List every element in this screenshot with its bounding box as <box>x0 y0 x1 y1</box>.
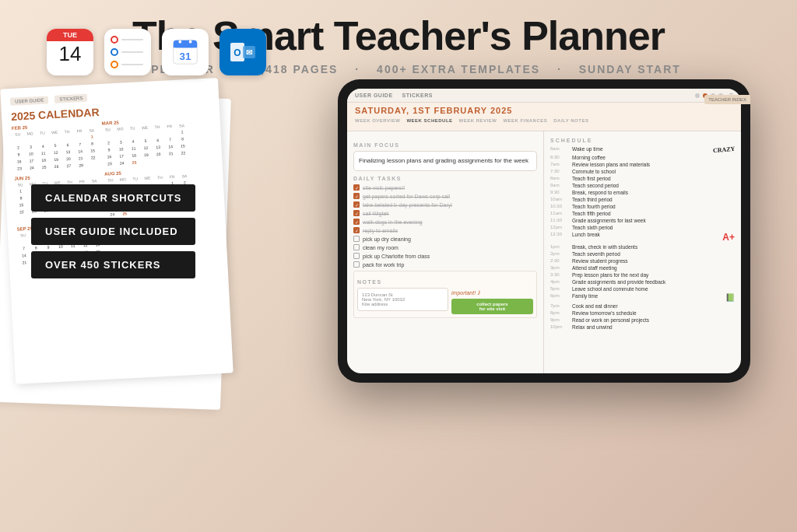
tablet-screen: USER GUIDE STICKERS TEACHER INDEX <box>347 89 741 373</box>
task-check-3[interactable]: ✓ <box>353 201 360 208</box>
task-2: ✓ get papers sorted for Daws corp call <box>353 193 537 199</box>
outlook-icon[interactable]: O ✉ <box>219 29 266 75</box>
nav-daily-notes[interactable]: DAILY NOTES <box>553 118 588 123</box>
task-check-7[interactable] <box>353 236 360 242</box>
svg-text:31: 31 <box>180 51 191 62</box>
task-text-4: call Wigtek <box>363 211 389 216</box>
tasks-list: ✓ site visit: papers!! ✓ get papers sort… <box>353 184 537 268</box>
badge-user-guide: USER GUIDE INCLUDED <box>31 218 195 245</box>
task-text-8: clean my room <box>363 245 398 250</box>
sched-time-10pm: 10pm <box>550 324 569 329</box>
crazy-sticker: CRAZY <box>712 145 735 154</box>
ios-cal-date: 14 <box>59 44 82 64</box>
sched-time-9pm: 9pm <box>550 317 569 322</box>
teacher-index-tab[interactable]: TEACHER INDEX <box>704 95 741 104</box>
main-focus-label: MAIN FOCUS <box>353 142 537 148</box>
task-text-7: pick up dry cleaning <box>363 236 411 242</box>
gcal-svg: 31 <box>170 37 200 67</box>
task-check-6[interactable]: ✓ <box>353 227 360 233</box>
reminder-line-2 <box>121 51 143 53</box>
tablet-tabs: USER GUIDE STICKERS <box>355 93 433 98</box>
cal-month-mar: MAR 25 SUMOTUWETHFRSA 1 2345678 91011121… <box>102 117 190 167</box>
sched-item-1030: 10:30 Teach fourth period <box>550 204 735 209</box>
sched-text-seventh: Teach seventh period <box>572 251 735 257</box>
notes-section: NOTES 123 Duncan StNew York, NY 10032Kit… <box>353 271 537 318</box>
sched-time-630: 6:30 <box>550 155 569 159</box>
sched-item-230: 2:30 Review student progress <box>550 258 735 264</box>
task-check-9[interactable] <box>353 253 360 259</box>
sched-text-review: Review lesson plans and materials <box>572 162 735 167</box>
sched-time-730: 7:30 <box>550 169 569 173</box>
subtitle-templates: 400+ EXTRA TEMPLATES <box>377 63 540 75</box>
nav-week-overview[interactable]: WEEK OVERVIEW <box>355 118 400 123</box>
reminder-dot-red <box>111 36 143 44</box>
task-check-4[interactable]: ✓ <box>353 210 360 216</box>
sched-item-4pm: 4pm Grade assignments and provide feedba… <box>550 279 735 285</box>
task-check-8[interactable] <box>353 244 360 250</box>
cal-month-feb: FEB 25 SUMOTUWETHFRSA 1 2345678 91011121… <box>12 121 100 172</box>
sched-time-1030: 10:30 <box>550 204 569 208</box>
task-check-10[interactable] <box>353 261 360 268</box>
tab-stickers[interactable]: STICKERS <box>402 93 433 98</box>
week-nav: WEEK OVERVIEW WEEK SCHEDULE WEEK REVIEW … <box>355 118 733 123</box>
reminder-dot-blue <box>111 48 143 56</box>
schedule-list: 6am Wake up time CRAZY 6:30 Morning coff… <box>550 146 735 330</box>
sched-time-4pm: 4pm <box>550 279 569 284</box>
svg-rect-2 <box>174 45 197 48</box>
svg-text:✉: ✉ <box>246 48 253 57</box>
sched-time-230: 2:30 <box>550 258 569 263</box>
ios-calendar-icon[interactable]: TUE 14 <box>47 29 93 75</box>
sched-item-7am: 7am Review lesson plans and materials <box>550 162 735 167</box>
main-focus-box: Finalizing lesson plans and grading assi… <box>353 151 537 171</box>
sched-item-10pm: 10pm Relax and unwind <box>550 324 735 330</box>
content-area: USER GUIDE STICKERS 2025 CALENDAR FEB 25… <box>0 75 797 383</box>
book-sticker-icon: 📗 <box>725 293 735 302</box>
sched-text-checkin: Break, check in with students <box>572 244 735 250</box>
svg-point-5 <box>189 40 192 44</box>
sched-text-fourth: Teach fourth period <box>572 204 735 209</box>
sched-item-8am: 8am Teach first period <box>550 176 735 181</box>
nav-week-review[interactable]: WEEK REVIEW <box>459 118 497 123</box>
note-address-box: 123 Duncan StNew York, NY 10032Kite addr… <box>357 288 448 311</box>
dot3: · <box>557 63 567 75</box>
task-7: pick up dry cleaning <box>353 236 537 242</box>
date-header: SATURDAY, 1ST FEBRUARY 2025 <box>355 106 733 115</box>
sched-time-9am: 9am <box>550 183 569 187</box>
sched-item-9pm: 9pm Read or work on personal projects <box>550 317 735 323</box>
task-5: ✓ walk dogs in the evening <box>353 219 537 225</box>
nav-week-schedule[interactable]: WEEK SCHEDULE <box>406 118 452 123</box>
sched-item-330: 3:30 Prep lesson plans for the next day <box>550 272 735 278</box>
sched-text-commute: Commute to school <box>572 169 735 174</box>
dot-blue <box>111 48 118 56</box>
task-text-10: pack for work trip <box>363 262 404 268</box>
nav-week-finances[interactable]: WEEK FINANCES <box>503 118 547 123</box>
task-check-5[interactable]: ✓ <box>353 219 360 225</box>
sched-item-730: 7:30 Commute to school <box>550 169 735 174</box>
task-text-2: get papers sorted for Daws corp call <box>363 194 450 199</box>
sched-text-grade2: Grade assignments and provide feedback <box>572 279 735 285</box>
tab-user-guide[interactable]: USER GUIDE <box>355 93 393 98</box>
important-label: important! ♪ <box>451 288 533 296</box>
sched-item-3pm: 3pm Attend staff meeting <box>550 265 735 271</box>
google-calendar-icon[interactable]: 31 <box>162 29 209 75</box>
sched-text-first: Teach first period <box>572 176 735 181</box>
reminder-line-1 <box>121 39 143 40</box>
ios-cal-day-abbr: TUE <box>47 29 93 41</box>
sched-item-9am: 9am Teach second period <box>550 183 735 188</box>
task-text-3: take belated b-day presents for Daryl <box>363 202 452 208</box>
sched-item-11am: 11am Teach fifth period <box>550 211 735 216</box>
task-check-1[interactable]: ✓ <box>353 184 360 191</box>
task-check-2[interactable]: ✓ <box>353 193 360 199</box>
sched-time-3pm: 3pm <box>550 265 569 270</box>
cal-tab-guide: USER GUIDE <box>10 96 49 107</box>
sched-text-fifth: Teach fifth period <box>572 211 735 216</box>
right-panel: USER GUIDE STICKERS TEACHER INDEX <box>322 79 774 383</box>
reminders-icon[interactable] <box>104 29 151 75</box>
task-text-5: walk dogs in the evening <box>363 219 423 225</box>
sched-text-grade1: Grade assignments for last week <box>572 218 735 223</box>
sched-time-5pm: 5pm <box>550 286 569 291</box>
sched-time-930: 9:30 <box>550 190 569 194</box>
sched-item-10am: 10am Teach third period <box>550 197 735 202</box>
reminder-line-3 <box>121 64 143 65</box>
collect-sticker: collect papersfor site visit <box>451 299 533 314</box>
